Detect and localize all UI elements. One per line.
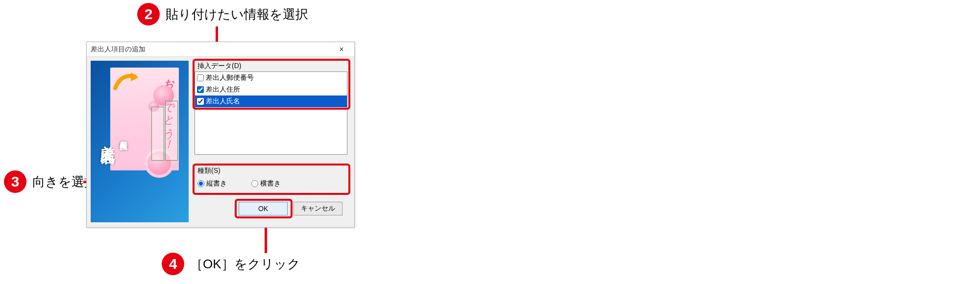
insert-data-row[interactable]: 差出人住所 (195, 84, 347, 95)
dialog-title: 差出人項目の追加 (91, 45, 146, 54)
field-placeholder-icon (151, 107, 164, 161)
step-text-4: ［OK］をクリック (190, 256, 300, 273)
insert-data-row[interactable]: 差出人郵便番号 (195, 72, 347, 84)
insert-data-row[interactable]: 差出人氏名 (195, 95, 347, 107)
step-badge-2: 2 (137, 3, 160, 25)
insert-data-checkbox[interactable] (197, 86, 204, 93)
cancel-button-label: キャンセル (301, 204, 335, 213)
step-text-2: 貼り付けたい情報を選択 (166, 6, 308, 23)
preview-panel: おめでとう！ 差出人住所 差出人氏名 (91, 61, 189, 222)
field-placeholder-icon (165, 101, 178, 161)
insert-data-item-label: 差出人住所 (206, 85, 240, 94)
radio-vertical-input[interactable] (197, 180, 204, 187)
insert-data-checkbox[interactable] (197, 74, 204, 81)
curved-arrow-icon (112, 71, 142, 98)
step-badge-3: 3 (4, 170, 26, 193)
cancel-button[interactable]: キャンセル (294, 202, 343, 215)
preview-address-label: 差出人住所 (118, 134, 128, 137)
close-icon: × (339, 45, 343, 54)
radio-horizontal-label: 横書き (260, 179, 281, 188)
insert-data-list[interactable]: 差出人郵便番号差出人住所差出人氏名 (195, 71, 347, 155)
close-button[interactable]: × (332, 44, 351, 55)
radio-horizontal-input[interactable] (251, 180, 258, 187)
radio-vertical[interactable]: 縦書き (197, 179, 227, 188)
add-sender-item-dialog: 差出人項目の追加 × おめでとう！ 差出人住所 差 (86, 42, 355, 228)
insert-data-item-label: 差出人氏名 (206, 97, 240, 106)
titlebar: 差出人項目の追加 × (87, 42, 354, 57)
callout-4: 4 ［OK］をクリック (162, 253, 300, 275)
ok-button-label: OK (258, 205, 268, 213)
kind-label: 種類(S) (197, 166, 220, 175)
radio-horizontal[interactable]: 横書き (251, 179, 281, 188)
step-badge-4: 4 (162, 253, 184, 275)
insert-data-item-label: 差出人郵便番号 (206, 73, 254, 82)
callout-2: 2 貼り付けたい情報を選択 (137, 3, 308, 25)
ok-button[interactable]: OK (239, 202, 288, 215)
orientation-radio-group: 縦書き 横書き (197, 176, 344, 191)
insert-data-label: 挿入データ(D) (197, 62, 241, 71)
radio-vertical-label: 縦書き (206, 179, 227, 188)
insert-data-checkbox[interactable] (197, 98, 204, 105)
button-row: OK キャンセル (239, 202, 343, 215)
preview-name-label: 差出人氏名 (98, 134, 118, 222)
